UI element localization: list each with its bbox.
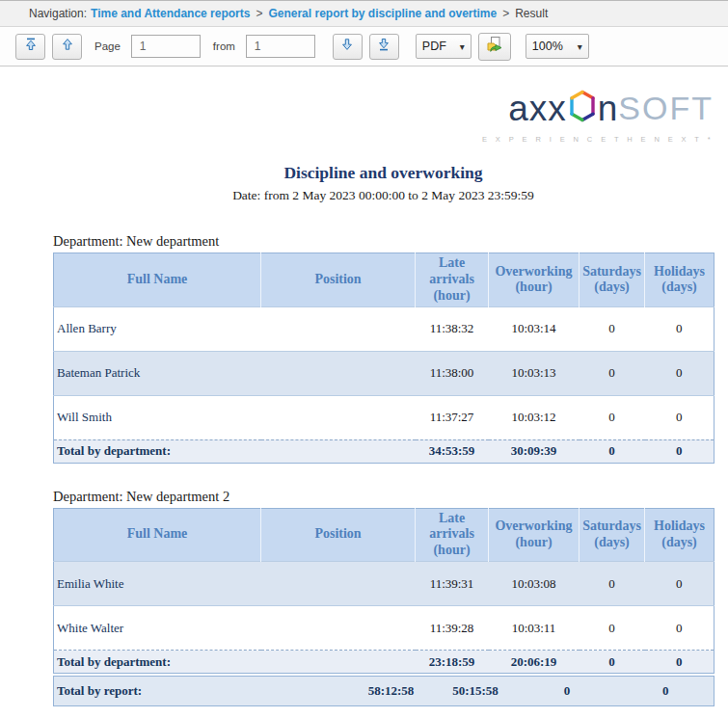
table-header-row: Full Name Position Late arrivals (hour) … xyxy=(54,508,715,561)
report-total-label: Total by report: xyxy=(54,677,348,706)
column-header-holidays: Holidays (days) xyxy=(645,508,715,561)
first-page-button[interactable] xyxy=(15,34,45,60)
report-total-holidays: 0 xyxy=(618,677,715,706)
total-saturdays: 0 xyxy=(580,651,645,674)
cell-holidays: 0 xyxy=(645,395,715,439)
column-header-overworking: Overworking (hour) xyxy=(489,508,580,561)
column-header-late-arrivals: Late arrivals (hour) xyxy=(416,508,489,561)
cell-overworking: 10:03:08 xyxy=(489,562,580,606)
column-header-position: Position xyxy=(261,253,416,306)
cell-position xyxy=(261,562,416,606)
axxonsoft-logo: axx n SOFT E X xyxy=(53,90,714,144)
cell-full-name: White Walter xyxy=(54,606,261,651)
report-total-overworking: 50:15:58 xyxy=(435,677,517,706)
table-row: White Walter 11:39:28 10:03:11 0 0 xyxy=(54,606,715,651)
column-header-saturdays: Saturdays (days) xyxy=(580,508,645,561)
total-pages-input[interactable] xyxy=(246,35,315,58)
department-total-row: Total by department: 23:18:59 20:06:19 0… xyxy=(54,651,715,674)
first-page-icon xyxy=(23,37,39,56)
logo-text-n: n xyxy=(598,91,619,126)
cell-full-name: Will Smith xyxy=(54,395,261,439)
cell-late-arrivals: 11:39:31 xyxy=(416,562,489,606)
department-total-row: Total by department: 34:53:59 30:09:39 0… xyxy=(54,439,715,463)
department-label: Department: New department xyxy=(53,233,714,250)
table-header-row: Full Name Position Late arrivals (hour) … xyxy=(54,253,715,306)
cell-position xyxy=(261,306,416,351)
cell-holidays: 0 xyxy=(645,306,715,351)
cell-overworking: 10:03:11 xyxy=(489,606,580,651)
page-number-input[interactable] xyxy=(131,35,201,58)
total-late-arrivals: 23:18:59 xyxy=(416,651,489,674)
department-label: Department: New department 2 xyxy=(53,489,714,505)
export-icon xyxy=(485,36,504,57)
next-page-button[interactable] xyxy=(333,34,363,60)
cell-saturdays: 0 xyxy=(580,606,645,651)
logo-tagline: E X P E R I E N C E T H E N E X T * xyxy=(482,135,714,144)
cell-position xyxy=(261,606,416,651)
chevron-down-icon: ▾ xyxy=(578,41,582,52)
breadcrumb-link-time-attendance[interactable]: Time and Attendance reports xyxy=(91,7,250,20)
next-page-icon xyxy=(339,37,355,56)
column-header-full-name: Full Name xyxy=(54,253,261,306)
breadcrumb-prefix: Navigation: xyxy=(29,7,87,20)
export-format-select[interactable]: PDF ▾ xyxy=(416,34,472,59)
cell-late-arrivals: 11:38:32 xyxy=(416,306,489,351)
zoom-level-value: 100% xyxy=(532,40,563,53)
previous-page-button[interactable] xyxy=(52,34,82,60)
logo-text-axx: axx xyxy=(508,91,567,126)
report-viewer: axx n SOFT E X xyxy=(0,66,728,706)
previous-page-icon xyxy=(60,37,75,56)
cell-saturdays: 0 xyxy=(580,351,645,395)
total-late-arrivals: 34:53:59 xyxy=(416,439,489,463)
cell-position xyxy=(261,351,416,395)
from-label: from xyxy=(213,40,235,52)
table-row: Will Smith 11:37:27 10:03:12 0 0 xyxy=(54,395,715,439)
report-date-range: Date: from 2 May 2023 00:00:00 to 2 May … xyxy=(201,187,567,204)
breadcrumb-current: Result xyxy=(515,7,548,20)
breadcrumb-link-general-report[interactable]: General report by discipline and overtim… xyxy=(268,7,497,20)
cell-late-arrivals: 11:39:28 xyxy=(416,606,489,651)
chevron-down-icon: ▾ xyxy=(460,41,465,52)
column-header-late-arrivals: Late arrivals (hour) xyxy=(416,253,489,306)
cell-late-arrivals: 11:37:27 xyxy=(416,395,489,439)
cell-overworking: 10:03:12 xyxy=(489,395,580,439)
cell-position xyxy=(261,395,416,439)
cell-holidays: 0 xyxy=(645,562,715,606)
column-header-overworking: Overworking (hour) xyxy=(489,253,580,306)
total-holidays: 0 xyxy=(645,439,715,463)
logo-text-soft: SOFT xyxy=(618,92,714,124)
column-header-saturdays: Saturdays (days) xyxy=(580,253,645,306)
breadcrumb-separator: > xyxy=(256,7,262,20)
cell-holidays: 0 xyxy=(645,606,715,651)
table-row: Bateman Patrick 11:38:00 10:03:13 0 0 xyxy=(54,351,715,395)
department-table-2: Full Name Position Late arrivals (hour) … xyxy=(53,508,715,674)
export-format-value: PDF xyxy=(422,40,446,53)
cell-saturdays: 0 xyxy=(580,395,645,439)
page-label: Page xyxy=(94,40,121,52)
zoom-level-select[interactable]: 100% ▾ xyxy=(526,34,589,59)
cell-holidays: 0 xyxy=(645,351,715,395)
breadcrumb: Navigation: Time and Attendance reports … xyxy=(0,0,728,27)
last-page-button[interactable] xyxy=(369,34,399,60)
total-saturdays: 0 xyxy=(580,439,645,463)
export-button[interactable] xyxy=(478,33,511,61)
last-page-icon xyxy=(376,37,391,56)
column-header-position: Position xyxy=(261,508,416,561)
cell-overworking: 10:03:14 xyxy=(489,306,580,351)
cell-saturdays: 0 xyxy=(580,562,645,606)
total-overworking: 20:06:19 xyxy=(489,651,580,674)
total-label: Total by department: xyxy=(54,439,416,463)
hexagon-logo-icon xyxy=(568,90,597,126)
table-row: Emilia White 11:39:31 10:03:08 0 0 xyxy=(54,562,715,606)
table-row: Allen Barry 11:38:32 10:03:14 0 0 xyxy=(54,306,715,351)
cell-overworking: 10:03:13 xyxy=(489,351,580,395)
total-label: Total by department: xyxy=(54,651,416,674)
cell-full-name: Emilia White xyxy=(54,562,261,606)
cell-full-name: Bateman Patrick xyxy=(54,351,261,395)
total-holidays: 0 xyxy=(645,651,715,674)
report-title: Discipline and overworking xyxy=(53,163,714,183)
report-total-row: Total by report: 58:12:58 50:15:58 0 0 xyxy=(53,676,715,706)
column-header-full-name: Full Name xyxy=(54,508,261,561)
total-overworking: 30:09:39 xyxy=(489,439,580,463)
department-table-1: Full Name Position Late arrivals (hour) … xyxy=(53,253,715,463)
